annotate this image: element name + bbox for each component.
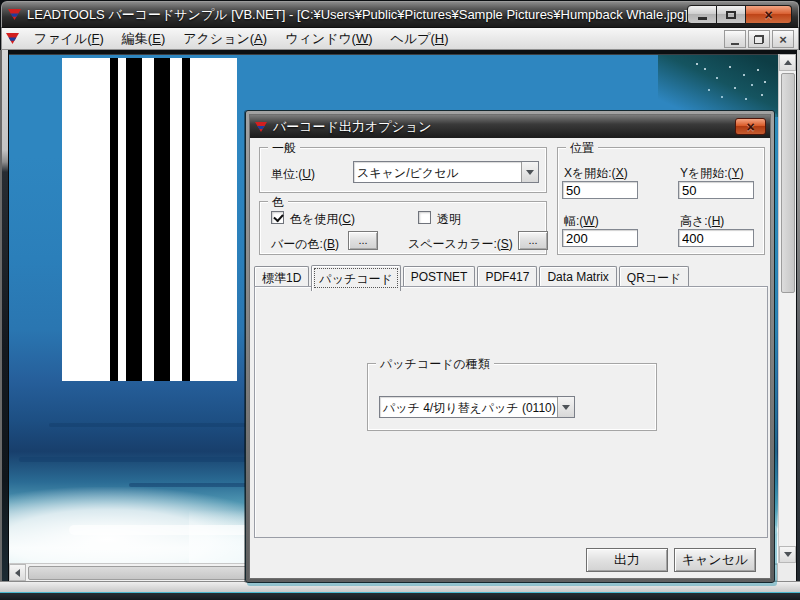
color-group-title: 色	[268, 194, 288, 211]
mdi-child-buttons: ×	[722, 30, 794, 48]
dialog-title: バーコード出力オプション	[273, 118, 431, 136]
scroll-up-button[interactable]	[779, 54, 796, 71]
patch-type-value: パッチ 4/切り替えパッチ (0110)	[380, 397, 557, 417]
close-icon: ×	[764, 8, 772, 22]
width-label: 幅:(W)	[564, 213, 599, 230]
minimize-icon	[698, 17, 707, 20]
x-start-input[interactable]	[562, 181, 638, 199]
transparent-label[interactable]: 透明	[437, 211, 461, 228]
transparent-checkbox[interactable]	[418, 211, 431, 224]
maximize-icon	[726, 11, 736, 19]
mdi-child-system-icon[interactable]	[6, 33, 19, 44]
unit-combobox[interactable]: スキャン/ピクセル	[353, 161, 539, 183]
patch-type-combobox[interactable]: パッチ 4/切り替えパッチ (0110)	[379, 396, 575, 418]
window-titlebar: LEADTOOLS バーコードサンプル [VB.NET] - [C:¥Users…	[1, 1, 799, 28]
minimize-button[interactable]	[687, 5, 717, 24]
dialog-close-button[interactable]: ×	[735, 118, 766, 135]
menu-window[interactable]: ウィンドウ(W)	[276, 28, 381, 50]
space-color-button[interactable]: ...	[518, 231, 548, 250]
cancel-button[interactable]: キャンセル	[674, 548, 756, 572]
patch-type-dropdown-button[interactable]	[557, 397, 574, 417]
arrow-up-icon	[784, 60, 792, 65]
bar-color-button[interactable]: ...	[348, 231, 378, 250]
maximize-button[interactable]	[717, 5, 746, 24]
space-color-label: スペースカラー:(S)	[408, 236, 513, 253]
tab-postnet[interactable]: POSTNET	[403, 266, 476, 287]
use-color-label[interactable]: 色を使用(C)	[290, 211, 355, 228]
barcode-bar	[154, 58, 170, 381]
scroll-down-button[interactable]	[779, 546, 796, 563]
menu-bar: ファイル(F)編集(E)アクション(A)ウィンドウ(W)ヘルプ(H) ×	[1, 28, 799, 50]
menu-help[interactable]: ヘルプ(H)	[382, 28, 458, 50]
barcode-overlay	[62, 58, 237, 381]
scrollbar-corner	[778, 563, 796, 581]
position-group-title: 位置	[566, 140, 598, 157]
window-frame-left	[0, 50, 9, 581]
height-input[interactable]	[678, 229, 754, 247]
chevron-down-icon	[526, 170, 534, 175]
output-button[interactable]: 出力	[586, 548, 668, 572]
mdi-close-button[interactable]: ×	[772, 30, 794, 48]
y-start-input[interactable]	[678, 181, 754, 199]
vertical-scrollbar[interactable]	[778, 54, 796, 563]
scroll-left-button[interactable]	[9, 564, 26, 581]
chevron-down-icon	[562, 405, 570, 410]
barcode-bar	[110, 58, 118, 381]
window-frame-bottom-edge	[0, 592, 800, 600]
menu-edit[interactable]: 編集(E)	[113, 28, 174, 50]
use-color-checkbox[interactable]	[271, 211, 284, 224]
width-input[interactable]	[562, 229, 638, 247]
mdi-restore-icon	[754, 35, 764, 44]
menu-action[interactable]: アクション(A)	[174, 28, 276, 50]
barcode-bar	[126, 58, 142, 381]
y-start-label: Yを開始:(Y)	[680, 165, 744, 182]
unit-value: スキャン/ピクセル	[354, 162, 521, 182]
tab-data-matrix[interactable]: Data Matrix	[539, 266, 616, 287]
ocean-spray	[696, 63, 698, 65]
ocean-dark-patch	[658, 55, 778, 117]
window-frame-right	[796, 50, 800, 581]
dialog-close-icon: ×	[746, 120, 754, 134]
dialog-titlebar: バーコード出力オプション ×	[250, 115, 770, 138]
close-button[interactable]: ×	[746, 5, 792, 24]
barcode-output-options-dialog: バーコード出力オプション × 一般 単位:(U) スキャン/ピクセル 位置 Xを…	[245, 110, 775, 583]
tab-standard-1d[interactable]: 標準1D	[254, 266, 309, 287]
mdi-close-icon: ×	[779, 33, 787, 46]
app-logo-icon[interactable]	[8, 9, 21, 20]
unit-dropdown-button[interactable]	[521, 162, 538, 182]
caption-buttons: ×	[687, 5, 792, 24]
menu-items: ファイル(F)編集(E)アクション(A)ウィンドウ(W)ヘルプ(H)	[25, 28, 458, 49]
barcode-bar	[182, 58, 190, 381]
general-group-title: 一般	[268, 140, 300, 157]
application-window: LEADTOOLS バーコードサンプル [VB.NET] - [C:¥Users…	[0, 0, 800, 600]
tab-pdf417[interactable]: PDF417	[477, 266, 537, 287]
height-label: 高さ:(H)	[680, 213, 724, 230]
patch-code-type-title: パッチコードの種類	[376, 356, 494, 373]
barcode-type-tabs: 標準1DパッチコードPOSTNETPDF417Data MatrixQRコード	[254, 265, 691, 287]
x-start-label: Xを開始:(X)	[564, 165, 628, 182]
dialog-logo-icon	[255, 122, 267, 132]
unit-label: 単位:(U)	[271, 166, 315, 183]
mdi-minimize-button[interactable]	[724, 30, 746, 48]
window-title: LEADTOOLS バーコードサンプル [VB.NET] - [C:¥Users…	[27, 6, 688, 24]
bar-color-label: バーの色:(B)	[271, 236, 339, 253]
mdi-restore-button[interactable]	[748, 30, 770, 48]
tab-qr-code[interactable]: QRコード	[619, 266, 690, 287]
mdi-minimize-icon	[731, 43, 739, 45]
menu-file[interactable]: ファイル(F)	[25, 28, 113, 50]
vertical-scroll-thumb[interactable]	[781, 73, 795, 293]
tab-patch-code[interactable]: パッチコード	[311, 265, 400, 291]
arrow-down-icon	[784, 552, 792, 557]
arrow-left-icon	[15, 569, 20, 577]
